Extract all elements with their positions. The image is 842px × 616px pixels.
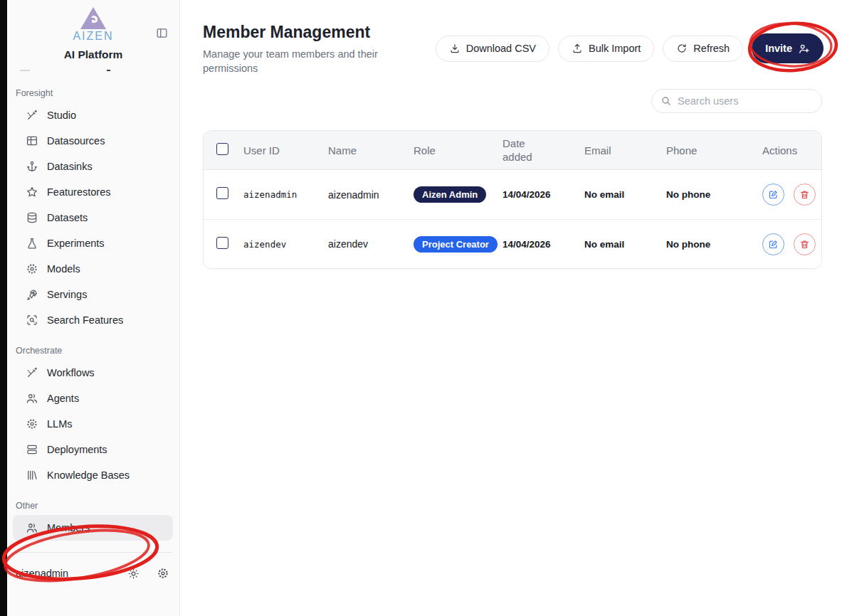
cell-user-id: aizendev: [236, 239, 321, 250]
edit-button[interactable]: [762, 184, 784, 206]
gear-icon[interactable]: [157, 567, 169, 580]
sidebar-item-datasources[interactable]: Datasources: [13, 128, 173, 154]
sidebar-item-servings[interactable]: Servings: [13, 282, 173, 307]
page-title: Member Management: [203, 23, 370, 42]
aizen-logo-icon: [79, 6, 107, 31]
col-phone: Phone: [659, 144, 755, 156]
sidebar-item-experiments[interactable]: Experiments: [13, 230, 173, 256]
sun-icon[interactable]: [127, 568, 140, 580]
sidebar-item-datasinks[interactable]: Datasinks: [13, 154, 173, 179]
invite-button[interactable]: Invite: [752, 33, 823, 63]
sidebar-item-label: Servings: [47, 289, 87, 300]
wand-icon: [26, 109, 38, 122]
sidebar-item-workflows[interactable]: Workflows: [13, 360, 173, 386]
sidebar-item-label: Members: [47, 522, 90, 533]
delete-button[interactable]: [794, 184, 816, 206]
library-icon: [26, 469, 38, 482]
download-csv-label: Download CSV: [466, 43, 536, 54]
cell-name: aizendev: [321, 238, 406, 250]
invite-label: Invite: [765, 43, 792, 54]
sidebar-collapse-icon[interactable]: [156, 27, 168, 42]
gear-icon: [26, 418, 38, 430]
wand-icon: [26, 366, 38, 379]
sidebar-item-models[interactable]: Models: [13, 256, 173, 282]
bulk-import-label: Bulk Import: [589, 43, 641, 54]
app-window: AIZEN AI Platform Foresight Studio Datas…: [0, 0, 842, 616]
cell-user-id: aizenadmin: [236, 189, 321, 200]
download-csv-button[interactable]: Download CSV: [436, 36, 549, 62]
cell-email: No email: [577, 189, 659, 200]
edit-button[interactable]: [762, 233, 784, 255]
cell-name: aizenadmin: [321, 189, 406, 201]
sidebar-footer: aizenadmin: [16, 567, 169, 580]
users-icon: [26, 521, 38, 534]
user-plus-icon: [798, 43, 810, 55]
sidebar: AIZEN AI Platform Foresight Studio Datas…: [7, 0, 180, 616]
sidebar-item-search-features[interactable]: Search Features: [13, 307, 173, 333]
sidebar-item-label: Knowledge Bases: [47, 469, 130, 481]
sidebar-item-featurestores[interactable]: Featurestores: [13, 179, 173, 205]
sidebar-section-foresight: Foresight: [7, 88, 179, 98]
cell-actions: [755, 184, 822, 206]
download-icon: [449, 43, 461, 54]
sidebar-item-label: Experiments: [47, 238, 105, 249]
sidebar-item-deployments[interactable]: Deployments: [13, 437, 173, 462]
bulk-import-button[interactable]: Bulk Import: [558, 36, 654, 62]
col-role: Role: [406, 144, 495, 156]
sidebar-item-llms[interactable]: LLMs: [13, 411, 173, 437]
sidebar-section-orchestrate: Orchestrate: [7, 346, 179, 356]
sidebar-item-agents[interactable]: Agents: [13, 386, 173, 411]
sidebar-item-members[interactable]: Members: [13, 515, 173, 541]
upload-icon: [572, 43, 583, 54]
screen-edge-strip: [0, 0, 7, 616]
scan-search-icon: [26, 314, 38, 326]
search-icon: [661, 95, 672, 107]
sidebar-item-datasets[interactable]: Datasets: [13, 205, 173, 230]
platform-name: AI Platform: [7, 48, 179, 61]
table-icon: [26, 134, 38, 147]
cutoff-element-hint: [7, 65, 179, 75]
sidebar-divider: [14, 552, 172, 553]
main-content: Member Management Manage your team membe…: [180, 0, 842, 616]
current-username: aizenadmin: [16, 568, 110, 579]
users-icon: [26, 392, 38, 405]
page-subtitle: Manage your team members and their permi…: [203, 48, 425, 75]
rocket-icon: [26, 288, 38, 301]
delete-button[interactable]: [794, 233, 816, 255]
col-email: Email: [577, 144, 659, 156]
sidebar-item-label: Datasets: [47, 212, 88, 223]
select-all-checkbox[interactable]: [216, 143, 228, 155]
refresh-button[interactable]: Refresh: [663, 36, 743, 62]
members-table: User ID Name Role Date added Email Phone…: [203, 130, 822, 269]
table-header-row: User ID Name Role Date added Email Phone…: [204, 131, 821, 170]
role-badge: Project Creator: [414, 236, 498, 253]
cell-date-added: 14/04/2026: [495, 239, 577, 250]
database-icon: [26, 211, 38, 224]
sidebar-item-knowledge-bases[interactable]: Knowledge Bases: [13, 462, 173, 488]
brand-block: AIZEN AI Platform: [7, 0, 179, 75]
header-actions: Download CSV Bulk Import Refresh Invite: [436, 33, 823, 63]
sidebar-section-other: Other: [7, 501, 179, 511]
star-icon: [26, 186, 38, 198]
gear-icon: [26, 262, 38, 275]
col-actions: Actions: [755, 144, 822, 156]
row-checkbox[interactable]: [216, 237, 228, 249]
col-user-id: User ID: [236, 144, 321, 156]
search-input[interactable]: [678, 95, 813, 107]
flask-icon: [26, 237, 38, 250]
search-box[interactable]: [651, 89, 822, 113]
sidebar-item-label: Search Features: [47, 314, 123, 326]
sidebar-item-label: LLMs: [47, 418, 72, 430]
cell-email: No email: [577, 239, 659, 250]
role-badge: Aizen Admin: [414, 186, 486, 203]
server-icon: [26, 443, 38, 456]
sidebar-item-studio[interactable]: Studio: [13, 102, 173, 128]
brand-name: AIZEN: [7, 30, 179, 43]
refresh-icon: [676, 43, 688, 54]
sidebar-item-label: Workflows: [47, 367, 95, 378]
cell-role: Project Creator: [406, 236, 495, 253]
cell-actions: [755, 233, 822, 255]
sidebar-item-label: Models: [47, 263, 80, 275]
row-checkbox[interactable]: [216, 187, 228, 199]
refresh-label: Refresh: [693, 43, 730, 54]
